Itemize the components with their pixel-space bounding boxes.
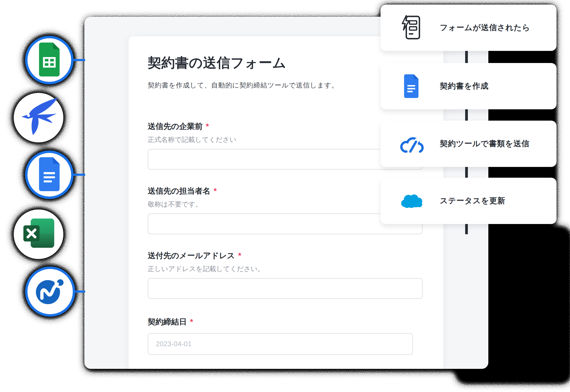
- contract-date-input[interactable]: [148, 333, 413, 355]
- required-asterisk: *: [238, 251, 241, 260]
- salesforce-cloud-icon: [399, 192, 424, 210]
- connector-sheets-to-form: [73, 59, 85, 61]
- cloudsign-icon: [399, 133, 424, 155]
- workflow-step-trigger[interactable]: フォームが送信されたら: [381, 5, 557, 51]
- field-contract-date: 契約締結日*: [148, 317, 413, 355]
- step-label: フォームが送信されたら: [440, 22, 530, 33]
- canvas: 契約書の送信フォーム 契約書を作成して、自動的に契約締結ツールで送信します。 送…: [0, 0, 570, 392]
- google-docs-icon: [399, 74, 424, 98]
- app-moneyforward[interactable]: [25, 267, 75, 317]
- app-google-sheets[interactable]: [25, 36, 74, 84]
- app-google-docs[interactable]: [25, 150, 74, 199]
- field-label: 送付先のメールアドレス*: [148, 250, 423, 261]
- app-swallow-bird[interactable]: [14, 93, 63, 142]
- connector-moneyforward-to-form: [74, 290, 85, 293]
- step-label: 契約ツールで書類を送信: [440, 138, 530, 149]
- field-label: 契約締結日*: [148, 317, 413, 327]
- excel-icon: [21, 218, 56, 251]
- form-trigger-icon: [399, 15, 424, 41]
- google-sheets-icon: [37, 43, 62, 78]
- field-helper: 正しいアドレスを記載してください。: [148, 264, 423, 273]
- workflow-step-update-status[interactable]: ステータスを更新: [381, 178, 557, 224]
- connector-docs-to-form: [73, 174, 85, 176]
- form-title: 契約書の送信フォーム: [148, 55, 286, 71]
- email-input[interactable]: [148, 278, 423, 299]
- workflow-step-create-doc[interactable]: 契約書を作成: [381, 63, 557, 109]
- form-subtitle: 契約書を作成して、自動的に契約締結ツールで送信します。: [148, 81, 338, 90]
- required-asterisk: *: [206, 122, 209, 131]
- required-asterisk: *: [190, 317, 193, 326]
- step-label: ステータスを更新: [440, 195, 505, 206]
- required-asterisk: *: [214, 187, 217, 195]
- swallow-bird-icon: [19, 97, 58, 138]
- field-email: 送付先のメールアドレス* 正しいアドレスを記載してください。: [148, 250, 423, 299]
- workflow-step-send-contract[interactable]: 契約ツールで書類を送信: [381, 121, 557, 167]
- google-docs-icon: [37, 157, 62, 192]
- step-label: 契約書を作成: [440, 81, 489, 92]
- moneyforward-icon: [34, 275, 67, 309]
- app-excel[interactable]: [14, 209, 63, 259]
